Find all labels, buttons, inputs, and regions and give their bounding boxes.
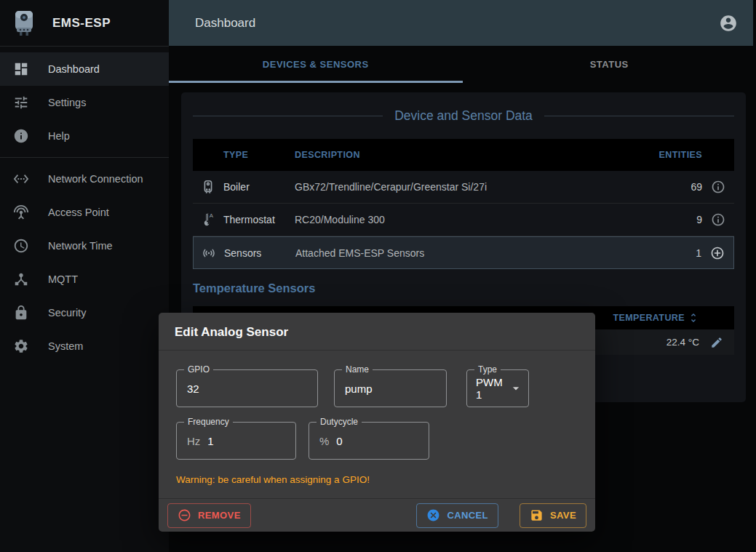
sidebar-item-label: Network Connection — [48, 173, 143, 185]
dialog-actions: REMOVE CANCEL SAVE — [159, 498, 595, 532]
column-header-temperature[interactable]: TEMPERATURE — [590, 312, 699, 324]
dutycycle-input[interactable] — [336, 435, 418, 447]
table-row-thermostat[interactable]: A Thermostat RC20/Moduline 300 9 — [193, 204, 734, 236]
column-header-description: DESCRIPTION — [295, 150, 656, 160]
frequency-input[interactable] — [207, 435, 285, 447]
tune-icon — [13, 95, 29, 111]
antenna-icon — [13, 204, 29, 220]
gpio-field-wrapper: GPIO — [176, 369, 318, 407]
save-icon — [530, 508, 544, 522]
cancel-button[interactable]: CANCEL — [416, 503, 498, 528]
gpio-field-label: GPIO — [184, 364, 213, 375]
device-type: Sensors — [224, 247, 295, 259]
device-entities-count: 9 — [656, 214, 702, 225]
tab-devices-sensors[interactable]: DEVICES & SENSORS — [169, 46, 463, 83]
name-input[interactable] — [345, 383, 436, 395]
sidebar-item-network-connection[interactable]: Network Connection — [0, 162, 169, 196]
info-button[interactable] — [708, 177, 728, 197]
add-sensor-button[interactable] — [707, 243, 728, 263]
temperature-section-title: Temperature Sensors — [193, 281, 315, 295]
device-description: Attached EMS-ESP Sensors — [295, 247, 655, 259]
edit-sensor-button[interactable] — [707, 333, 726, 352]
divider — [544, 116, 734, 116]
temperature-value: 22.4 °C — [590, 337, 699, 348]
info-icon — [13, 128, 29, 144]
edit-pencil-icon — [710, 336, 723, 349]
device-entities-count: 69 — [656, 181, 702, 193]
gpio-input[interactable] — [187, 383, 307, 395]
clock-icon — [13, 238, 29, 254]
dutycycle-field-wrapper: Dutycycle % — [309, 422, 429, 460]
type-select[interactable]: Type PWM 1 — [466, 369, 529, 407]
type-field-label: Type — [474, 364, 501, 375]
ethernet-icon — [13, 171, 29, 187]
sidebar-item-label: Dashboard — [48, 63, 100, 75]
sidebar-item-system[interactable]: System — [0, 329, 169, 363]
appbar: Dashboard — [169, 0, 753, 46]
tab-label: STATUS — [590, 59, 629, 70]
device-description: RC20/Moduline 300 — [295, 214, 656, 225]
ems-esp-logo-icon — [12, 9, 36, 37]
thermostat-icon: A — [193, 212, 223, 228]
dutycycle-unit-adornment: % — [319, 435, 329, 447]
sidebar-item-label: Settings — [48, 97, 86, 108]
svg-text:A: A — [210, 212, 214, 219]
section-title: Device and Sensor Data — [394, 108, 533, 124]
info-button[interactable] — [708, 209, 728, 230]
frequency-field-wrapper: Frequency Hz — [176, 422, 296, 460]
sidebar-item-label: Help — [48, 130, 70, 142]
table-row-boiler[interactable]: Boiler GBx72/Trendline/Cerapur/Greenstar… — [193, 171, 734, 204]
dutycycle-field-label: Dutycycle — [317, 417, 362, 427]
table-row-sensors[interactable]: Sensors Attached EMS-ESP Sensors 1 — [193, 236, 734, 269]
add-circle-icon — [710, 246, 725, 260]
sidebar-item-label: MQTT — [48, 273, 78, 285]
tab-status[interactable]: STATUS — [463, 46, 756, 83]
column-header-entities: ENTITIES — [656, 150, 702, 160]
chevron-down-icon — [509, 381, 523, 396]
account-button[interactable] — [715, 10, 741, 36]
save-button[interactable]: SAVE — [520, 503, 586, 528]
sidebar-nav: Dashboard Settings Help Network Connecti… — [0, 47, 169, 363]
sidebar-item-mqtt[interactable]: MQTT — [0, 263, 169, 296]
name-field-label: Name — [342, 364, 373, 375]
info-outline-icon — [711, 180, 725, 194]
gpio-warning-text: Warning: be careful when assigning a GPI… — [176, 474, 578, 485]
sidebar-item-label: Network Time — [48, 240, 113, 252]
device-table-header: TYPE DESCRIPTION ENTITIES — [193, 139, 734, 171]
sensors-icon — [194, 245, 224, 261]
sidebar-item-help[interactable]: Help — [0, 119, 169, 153]
sidebar-header: EMS-ESP — [0, 0, 169, 46]
sidebar-item-label: Security — [48, 307, 86, 319]
info-outline-icon — [711, 212, 725, 227]
account-circle-icon — [719, 14, 738, 33]
remove-button-label: REMOVE — [198, 510, 241, 521]
frequency-unit-adornment: Hz — [187, 435, 200, 447]
type-selected-value: PWM 1 — [476, 376, 503, 401]
remove-button[interactable]: REMOVE — [167, 503, 251, 528]
lock-icon — [13, 305, 29, 321]
sidebar-item-settings[interactable]: Settings — [0, 86, 169, 119]
dialog-title: Edit Analog Sensor — [159, 313, 595, 350]
dashboard-icon — [13, 61, 29, 77]
section-heading: Device and Sensor Data — [193, 108, 734, 124]
boiler-icon — [193, 179, 223, 195]
sidebar-item-network-time[interactable]: Network Time — [0, 229, 169, 263]
sidebar: EMS-ESP Dashboard Settings Help — [0, 0, 169, 552]
column-header-type: TYPE — [223, 150, 295, 160]
remove-circle-icon — [178, 508, 191, 522]
name-field-wrapper: Name — [334, 369, 447, 407]
tab-active-indicator — [169, 81, 463, 83]
device-description: GBx72/Trendline/Cerapur/Greenstar Si/27i — [295, 181, 656, 193]
device-type: Boiler — [223, 181, 295, 193]
divider — [0, 157, 169, 158]
sidebar-item-label: System — [48, 340, 83, 352]
sidebar-item-access-point[interactable]: Access Point — [0, 196, 169, 229]
sidebar-item-dashboard[interactable]: Dashboard — [0, 52, 169, 86]
hub-icon — [13, 271, 29, 287]
sidebar-item-security[interactable]: Security — [0, 296, 169, 329]
sidebar-item-label: Access Point — [48, 207, 109, 218]
gear-icon — [13, 338, 29, 354]
tab-bar: DEVICES & SENSORS STATUS — [169, 46, 756, 83]
device-type: Thermostat — [223, 214, 295, 225]
frequency-field-label: Frequency — [184, 417, 233, 427]
